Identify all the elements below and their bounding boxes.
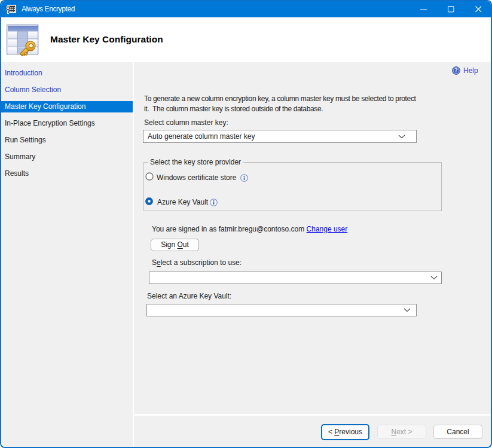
svg-text:?: ? (455, 67, 458, 74)
